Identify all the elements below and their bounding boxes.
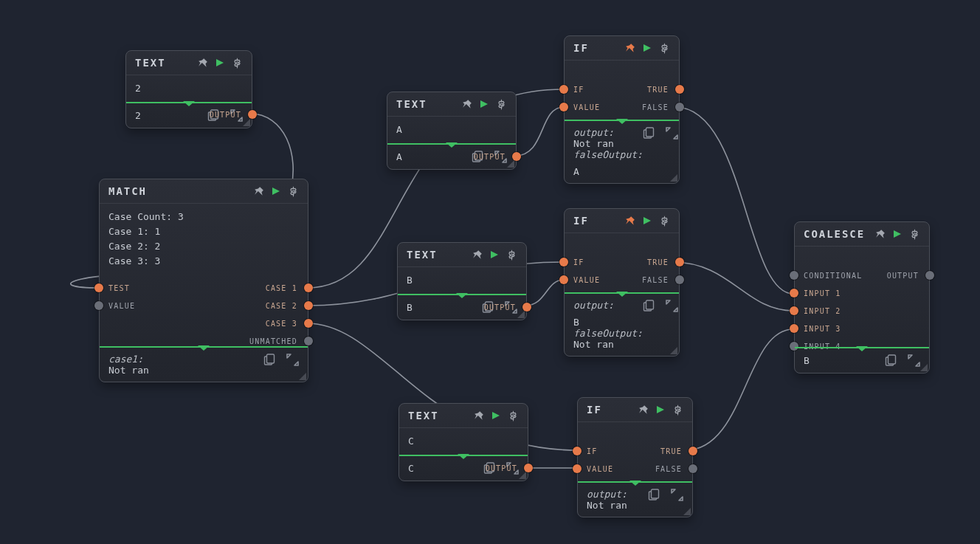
node-if-2[interactable]: IF IF VALUE TRUE FALSE output: B falseOu… [564, 208, 680, 357]
expand-icon[interactable] [666, 300, 678, 312]
if-out-k1: output: [573, 300, 614, 311]
match-result-val: Not ran [108, 365, 149, 376]
play-icon[interactable] [893, 230, 902, 238]
if-out-v2: Not ran [573, 339, 643, 350]
gear-icon[interactable] [659, 43, 670, 54]
node-title: COALESCE [804, 228, 865, 240]
port-output[interactable]: OUTPUT [210, 110, 257, 119]
node-value: 2 [135, 83, 141, 94]
match-row: Case 3: 3 [108, 254, 299, 269]
port-case-3[interactable]: CASE 3 [266, 319, 313, 328]
port-true[interactable]: TRUE [660, 447, 697, 455]
if-out-k1: output: [587, 489, 627, 500]
node-title: TEXT [407, 249, 438, 261]
port-false[interactable]: FALSE [655, 464, 697, 473]
port-input-1[interactable]: INPUT 1 [790, 289, 841, 297]
copy-icon[interactable] [263, 354, 276, 366]
expand-icon[interactable] [671, 489, 683, 501]
pin-icon[interactable] [198, 58, 208, 68]
node-value: B [407, 275, 413, 286]
gear-icon[interactable] [659, 216, 670, 227]
copy-icon[interactable] [885, 354, 897, 367]
play-icon[interactable] [272, 187, 280, 196]
gear-icon[interactable] [496, 99, 507, 110]
gear-icon[interactable] [232, 58, 243, 69]
port-value[interactable]: VALUE [573, 464, 613, 473]
match-row: Case Count: 3 [108, 210, 299, 224]
if-out-v2: A [573, 166, 643, 177]
node-graph-canvas[interactable]: { "labels": { "output": "OUTPUT", "if": … [0, 0, 980, 544]
port-value[interactable]: VALUE [559, 103, 600, 111]
pin-icon[interactable] [625, 43, 635, 53]
node-if-3[interactable]: IF IF VALUE TRUE FALSE output: Not ran [577, 397, 693, 517]
pin-icon[interactable] [472, 249, 483, 260]
play-icon[interactable] [480, 100, 489, 109]
port-input-2[interactable]: INPUT 2 [790, 306, 841, 315]
pin-icon[interactable] [254, 186, 264, 196]
node-output-preview: 2 [135, 110, 141, 121]
node-coalesce[interactable]: COALESCE CONDITIONAL INPUT 1 INPUT 2 INP… [794, 221, 930, 373]
node-output-preview: B [407, 302, 413, 313]
node-text-c[interactable]: TEXT C OUTPUT C [398, 403, 528, 481]
gear-icon[interactable] [506, 249, 517, 261]
port-conditional[interactable]: CONDITIONAL [790, 271, 862, 280]
node-if-1[interactable]: IF IF VALUE TRUE FALSE output: Not ran f… [564, 35, 680, 184]
play-icon[interactable] [643, 44, 652, 52]
port-unmatched[interactable]: UNMATCHED [249, 337, 313, 345]
pin-icon[interactable] [875, 229, 886, 239]
gear-icon[interactable] [909, 229, 920, 240]
node-text-b[interactable]: TEXT B OUTPUT B [397, 242, 527, 320]
node-title: MATCH [108, 185, 147, 197]
gear-icon[interactable] [508, 410, 519, 421]
port-case-2[interactable]: CASE 2 [266, 301, 313, 310]
port-false[interactable]: FALSE [642, 275, 684, 284]
node-text-1[interactable]: TEXT 2 OUTPUT 2 [125, 50, 252, 128]
node-output-preview: B [804, 355, 810, 366]
port-test[interactable]: TEST [94, 283, 130, 292]
play-icon[interactable] [643, 216, 652, 225]
play-icon[interactable] [491, 411, 500, 420]
expand-icon[interactable] [286, 354, 299, 366]
pin-icon[interactable] [638, 404, 649, 415]
if-out-v1: Not ran [587, 500, 627, 511]
expand-icon[interactable] [908, 354, 920, 367]
port-if[interactable]: IF [559, 85, 584, 94]
play-icon[interactable] [656, 405, 665, 414]
copy-icon[interactable] [643, 127, 655, 140]
node-match[interactable]: MATCH Case Count: 3 Case 1: 1 Case 2: 2 … [99, 179, 308, 382]
if-out-k2: falseOutput: [573, 328, 643, 339]
gear-icon[interactable] [288, 186, 299, 197]
if-out-k1: output: [573, 127, 614, 138]
port-true[interactable]: TRUE [647, 258, 684, 266]
if-out-v1: B [573, 317, 643, 328]
node-title: TEXT [396, 98, 427, 110]
match-result-key: case1: [108, 354, 143, 365]
port-false[interactable]: FALSE [642, 103, 684, 111]
match-row: Case 2: 2 [108, 239, 299, 254]
if-out-v1: Not ran [573, 138, 643, 149]
port-value[interactable]: VALUE [94, 301, 135, 310]
node-title: IF [573, 215, 589, 227]
port-input-4[interactable]: INPUT 4 [790, 342, 841, 351]
node-title: TEXT [135, 57, 166, 69]
port-value[interactable]: VALUE [559, 275, 600, 284]
port-input-3[interactable]: INPUT 3 [790, 324, 841, 333]
gear-icon[interactable] [672, 404, 683, 416]
pin-icon[interactable] [625, 216, 635, 226]
node-text-a[interactable]: TEXT A OUTPUT A [387, 92, 517, 170]
port-case-1[interactable]: CASE 1 [266, 283, 313, 292]
play-icon[interactable] [490, 250, 499, 259]
port-output[interactable]: OUTPUT [887, 271, 934, 280]
port-if[interactable]: IF [573, 447, 597, 455]
copy-icon[interactable] [643, 300, 655, 312]
port-true[interactable]: TRUE [647, 85, 684, 94]
pin-icon[interactable] [462, 99, 472, 109]
node-value: A [396, 124, 402, 135]
node-title: IF [587, 404, 602, 416]
play-icon[interactable] [215, 58, 224, 67]
pin-icon[interactable] [474, 410, 484, 421]
port-if[interactable]: IF [559, 258, 584, 266]
copy-icon[interactable] [648, 489, 660, 501]
node-value: C [408, 435, 414, 447]
expand-icon[interactable] [666, 127, 678, 140]
